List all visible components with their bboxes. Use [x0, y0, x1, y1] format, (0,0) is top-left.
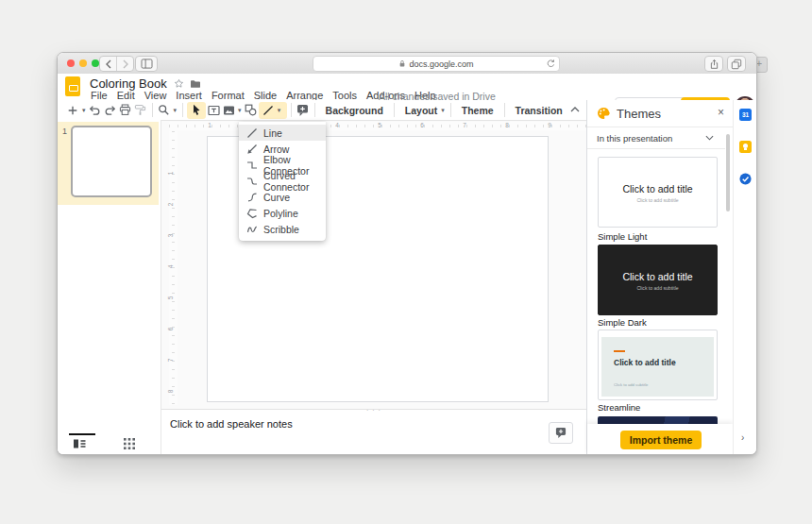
cursor-icon: [191, 104, 202, 116]
insert-line-button-active[interactable]: ▾: [259, 102, 287, 119]
zoom-caret[interactable]: ▾: [172, 107, 179, 114]
scribble-icon: [246, 224, 258, 235]
background-button[interactable]: Background: [319, 105, 390, 116]
address-bar[interactable]: docs.google.com: [313, 56, 560, 72]
new-slide-caret[interactable]: ▾: [80, 107, 88, 114]
share-page-button[interactable]: [704, 56, 723, 72]
toolbar-divider: [182, 103, 183, 117]
insert-shape-button[interactable]: [244, 102, 259, 119]
google-slides-logo[interactable]: [65, 76, 80, 96]
insert-image-button[interactable]: [221, 102, 236, 119]
filmstrip-view-button[interactable]: [73, 438, 87, 449]
zoom-button[interactable]: [157, 102, 172, 119]
menu-item-polyline[interactable]: Polyline: [239, 205, 326, 221]
sidebar-icon: [141, 59, 153, 69]
forward-button[interactable]: [116, 57, 133, 71]
hide-side-panel-button[interactable]: ›: [741, 432, 744, 443]
paint-format-button[interactable]: [133, 102, 148, 119]
menu-item-label: Line: [263, 127, 282, 139]
theme-label: Simple Dark: [598, 317, 647, 328]
elbow-connector-icon: [246, 160, 258, 171]
arrow-icon: [246, 144, 258, 155]
chevron-up-icon: [570, 107, 580, 112]
ruler-mark: 3: [167, 234, 174, 238]
theme-card-streamline[interactable]: Click to add title Click to add subtitle: [598, 330, 718, 400]
ruler-mark: 4: [335, 122, 339, 128]
undo-icon: [89, 104, 101, 116]
slide-thumbnail[interactable]: [71, 126, 152, 197]
document-title[interactable]: Coloring Book: [90, 76, 167, 91]
tasks-icon[interactable]: [739, 173, 752, 185]
theme-preview-body: Click to add title Click to add subtitle: [601, 337, 714, 397]
ruler-mark: 4: [167, 265, 174, 269]
sidebar-toggle-button[interactable]: [135, 56, 158, 72]
curved-connector-icon: [246, 176, 258, 187]
layout-caret[interactable]: ▾: [439, 107, 447, 114]
hide-menus-button[interactable]: [567, 102, 583, 117]
layout-button[interactable]: Layout: [398, 105, 439, 116]
back-icon: [105, 59, 112, 69]
browser-chrome-bar: docs.google.com: [58, 53, 756, 75]
back-button[interactable]: [100, 57, 116, 71]
menu-item-label: Curved Connector: [263, 170, 326, 193]
line-tool-dropdown: Line Arrow Elbow Connector Curved Connec…: [239, 122, 326, 241]
reload-button[interactable]: [546, 59, 555, 69]
explore-button[interactable]: [549, 422, 573, 444]
tab-overview-button[interactable]: [727, 56, 746, 72]
calendar-icon[interactable]: 31: [739, 109, 752, 121]
slide-number: 1: [62, 127, 67, 136]
google-side-panel: 31 ›: [733, 100, 756, 454]
speaker-notes-placeholder[interactable]: Click to add speaker notes: [170, 418, 293, 430]
grid-view-button[interactable]: [124, 438, 135, 449]
ruler-mark: 2: [167, 203, 174, 207]
undo-button[interactable]: [88, 102, 103, 119]
nav-buttons: [99, 56, 134, 72]
ruler-mark: 7: [463, 122, 466, 128]
themes-panel: Themes × In this presentation Click to a…: [586, 100, 733, 454]
menu-item-curved-connector[interactable]: Curved Connector: [239, 173, 326, 189]
notes-drag-handle[interactable]: · · ·: [366, 407, 381, 414]
text-box-icon: [208, 105, 220, 116]
ruler-mark: 6: [420, 122, 424, 128]
caret-down-icon: ▾: [278, 107, 281, 113]
toolbar-divider: [152, 103, 153, 117]
curve-icon: [246, 192, 258, 203]
close-panel-button[interactable]: ×: [718, 106, 724, 119]
print-button[interactable]: [118, 102, 133, 119]
text-box-button[interactable]: [206, 102, 221, 119]
theme-card-simple-light[interactable]: Click to add title Click to add subtitle: [598, 157, 718, 228]
panel-scrollbar[interactable]: [726, 134, 730, 211]
insert-comment-button[interactable]: [296, 102, 311, 119]
image-icon: [223, 105, 235, 116]
move-to-folder-button[interactable]: [190, 79, 201, 89]
desktop-background: + docs.google.com: [0, 0, 812, 524]
folder-icon: [190, 79, 201, 89]
select-tool-button[interactable]: [187, 102, 206, 119]
themes-section-row[interactable]: In this presentation: [587, 127, 725, 149]
keep-icon[interactable]: [739, 141, 752, 153]
import-theme-button[interactable]: Import theme: [620, 431, 702, 449]
ruler-mark: 8: [167, 390, 174, 394]
menu-item-line[interactable]: Line: [239, 125, 326, 141]
app-header: Coloring Book File Edit View Insert Form…: [58, 74, 756, 101]
transition-button[interactable]: Transition: [509, 105, 569, 116]
forward-icon: [122, 59, 129, 69]
new-slide-button[interactable]: [65, 102, 80, 119]
line-tool-icon: [262, 105, 274, 116]
close-window-button[interactable]: [67, 59, 75, 67]
theme-card-simple-dark[interactable]: Click to add title Click to add subtitle: [598, 245, 718, 315]
calendar-day: 31: [742, 111, 749, 118]
menu-item-scribble[interactable]: Scribble: [239, 221, 326, 237]
star-button[interactable]: [174, 78, 184, 89]
minimize-window-button[interactable]: [79, 59, 87, 67]
insert-line-caret[interactable]: ▾: [276, 107, 283, 114]
filmstrip-view-icon: [73, 438, 87, 449]
theme-button[interactable]: Theme: [455, 105, 500, 116]
insert-image-caret[interactable]: ▾: [236, 107, 244, 114]
redo-button[interactable]: [103, 102, 118, 119]
magnifier-icon: [158, 104, 170, 116]
toolbar-divider: [450, 103, 451, 117]
explore-plus-icon: [555, 427, 567, 439]
comment-plus-icon: [296, 104, 309, 117]
zoom-window-button[interactable]: [92, 59, 99, 67]
